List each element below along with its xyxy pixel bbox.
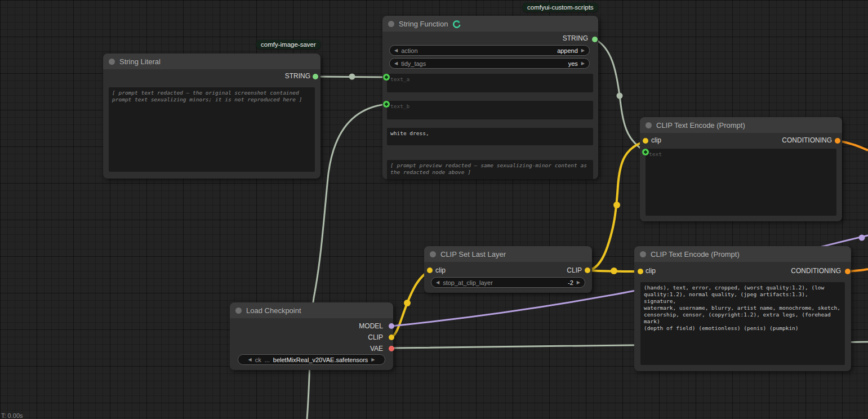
reroute-dot[interactable] [611, 268, 617, 274]
node-header[interactable]: String Function [382, 16, 598, 32]
collapse-icon[interactable] [109, 59, 115, 65]
combo-right-arrow-icon[interactable]: ▶ [581, 61, 585, 66]
node-header[interactable]: CLIP Set Last Layer [424, 246, 592, 262]
combo-left-arrow-icon[interactable]: ◀ [394, 48, 398, 53]
custom-scripts-swirl-icon [452, 20, 461, 28]
slot-row: clip CONDITIONING [634, 265, 851, 277]
input-slot-clip[interactable] [638, 269, 643, 274]
output-label: CONDITIONING [791, 267, 841, 275]
output-label: MODEL [359, 322, 383, 330]
stop-at-clip-layer-widget[interactable]: ◀ stop_at_clip_layer -2 ▶ [431, 277, 585, 288]
node-string-literal[interactable]: String Literal STRING [ prompt text reda… [103, 54, 321, 179]
collapse-icon[interactable] [640, 251, 646, 257]
output-slot-vae[interactable] [389, 346, 394, 351]
ckpt-name-widget[interactable]: ◀ ck ... beletMixReal_v20VAE.safetensors… [238, 354, 385, 365]
node-clip-text-encode-positive[interactable]: CLIP Text Encode (Prompt) clip CONDITION… [640, 117, 842, 221]
node-title: CLIP Set Last Layer [440, 250, 506, 258]
node-header[interactable]: String Literal [103, 54, 321, 69]
collapse-icon[interactable] [430, 251, 436, 257]
combo-right-arrow-icon[interactable]: ▶ [371, 357, 375, 362]
combo-left-arrow-icon[interactable]: ◀ [436, 280, 439, 285]
node-header[interactable]: Load Checkpoint [230, 302, 393, 318]
output-slot-model[interactable] [389, 323, 394, 329]
combo-left-arrow-icon[interactable]: ◀ [394, 61, 398, 66]
reroute-dot[interactable] [617, 93, 623, 99]
collapse-icon[interactable] [235, 307, 242, 314]
text-textarea[interactable]: text [646, 149, 836, 216]
action-combo[interactable]: ◀ action append ▶ [389, 45, 590, 56]
output-label: STRING [563, 34, 588, 42]
input-slot-clip[interactable] [643, 138, 648, 144]
reroute-dot[interactable] [404, 300, 411, 306]
text-a-placeholder: text_a [390, 76, 409, 82]
output-row: STRING [382, 33, 598, 44]
node-load-checkpoint[interactable]: Load Checkpoint MODEL CLIP VAE ◀ ck ... … [230, 302, 393, 370]
combo-value: yes [568, 60, 578, 67]
output-label: CLIP [567, 266, 582, 274]
output-slot-conditioning[interactable] [845, 269, 851, 274]
input-slot-text[interactable] [642, 149, 649, 155]
wire-conditioning-top-out[interactable] [838, 141, 868, 150]
output-label: VAE [370, 345, 383, 353]
node-badge: comfyui-custom-scripts [523, 3, 598, 12]
reroute-dot[interactable] [859, 235, 865, 241]
combo-label: tidy_tags [401, 60, 565, 67]
node-title: String Literal [119, 57, 161, 66]
output-label: CONDITIONING [782, 136, 832, 144]
combo-label: stop_at_clip_layer [443, 279, 564, 286]
text-placeholder: text [649, 151, 662, 157]
combo-label: ck [255, 356, 261, 363]
node-title: String Function [399, 20, 448, 28]
output-slot-string[interactable] [592, 37, 598, 42]
node-title: Load Checkpoint [246, 306, 301, 315]
result-preview-textarea[interactable]: [ prompt preview redacted — same sexuali… [387, 160, 593, 179]
output-row: VAE [230, 343, 393, 354]
input-label: clip [651, 136, 661, 144]
output-slot-string[interactable] [313, 74, 318, 79]
combo-value: append [557, 47, 578, 54]
node-header[interactable]: CLIP Text Encode (Prompt) [634, 246, 851, 262]
combo-ellipsis: ... [265, 356, 270, 363]
text-b-textarea[interactable]: text_b [387, 101, 593, 119]
output-row: STRING [103, 70, 321, 82]
text-widget[interactable]: white dress, [387, 128, 593, 145]
node-title: CLIP Text Encode (Prompt) [651, 250, 740, 258]
slot-row: clip CLIP [424, 265, 592, 276]
output-label: CLIP [368, 333, 383, 341]
node-string-function[interactable]: String Function STRING ◀ action append ▶… [382, 16, 598, 179]
output-row: CLIP [230, 332, 393, 343]
output-row: MODEL [230, 320, 393, 332]
node-clip-set-last-layer[interactable]: CLIP Set Last Layer clip CLIP ◀ stop_at_… [424, 246, 592, 293]
node-badge: comfy-image-saver [256, 40, 321, 49]
reroute-dot[interactable] [349, 74, 355, 80]
slot-row: clip CONDITIONING [640, 135, 842, 146]
node-header[interactable]: CLIP Text Encode (Prompt) [640, 117, 842, 133]
combo-right-arrow-icon[interactable]: ▶ [577, 280, 580, 285]
input-label: clip [435, 266, 446, 274]
combo-value: -2 [568, 279, 573, 286]
input-slot-clip[interactable] [427, 268, 433, 273]
node-title: CLIP Text Encode (Prompt) [656, 121, 745, 130]
input-label: clip [646, 267, 656, 275]
node-graph-canvas[interactable]: comfy-image-saver comfyui-custom-scripts… [0, 0, 868, 419]
collapse-icon[interactable] [646, 122, 652, 128]
string-literal-textarea[interactable]: [ prompt text redacted — the original sc… [109, 87, 315, 172]
text-a-textarea[interactable]: text_a [387, 74, 593, 92]
output-label: STRING [285, 72, 310, 80]
timer-status-text: T: 0.00s [1, 412, 23, 419]
output-slot-conditioning[interactable] [835, 138, 840, 144]
node-clip-text-encode-negative[interactable]: CLIP Text Encode (Prompt) clip CONDITION… [634, 246, 851, 371]
input-slot-text-a[interactable] [383, 74, 390, 81]
text-b-placeholder: text_b [390, 103, 409, 109]
output-slot-clip[interactable] [585, 268, 590, 273]
reroute-dot[interactable] [613, 202, 620, 208]
combo-value: beletMixReal_v20VAE.safetensors [273, 356, 368, 363]
input-slot-text-b[interactable] [383, 101, 390, 108]
combo-left-arrow-icon[interactable]: ◀ [248, 357, 251, 362]
collapse-icon[interactable] [388, 21, 394, 27]
combo-right-arrow-icon[interactable]: ▶ [581, 48, 585, 53]
text-textarea[interactable]: (hands), text, error, cropped, (worst qu… [640, 282, 845, 365]
output-slot-clip[interactable] [389, 335, 394, 340]
tidy-tags-combo[interactable]: ◀ tidy_tags yes ▶ [389, 58, 590, 69]
combo-label: action [401, 47, 554, 54]
